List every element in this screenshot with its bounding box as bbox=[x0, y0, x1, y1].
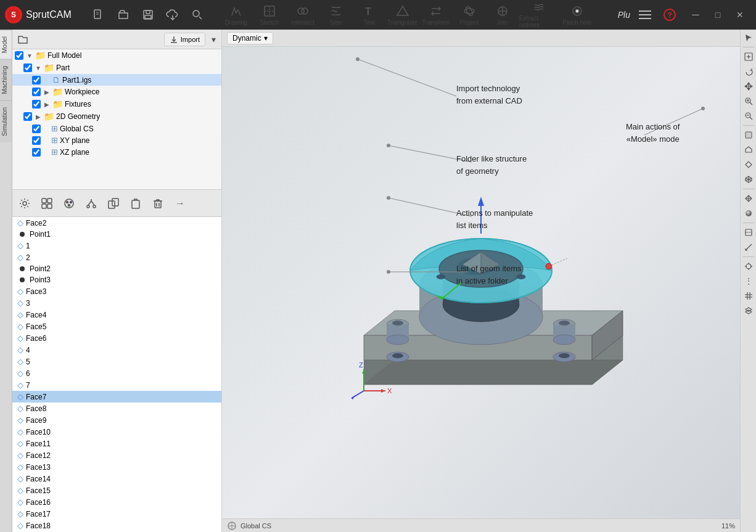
tool-intersect[interactable]: Intersect bbox=[286, 1, 319, 28]
geom-item-face12[interactable]: ◇Face12 bbox=[12, 449, 221, 461]
geom-item-face10[interactable]: ◇Face10 bbox=[12, 426, 221, 438]
grid-action-btn[interactable] bbox=[37, 194, 57, 213]
measure-btn[interactable] bbox=[742, 240, 755, 254]
geom-item-face7[interactable]: ◇Face7 bbox=[12, 391, 221, 403]
zoom-out-btn[interactable] bbox=[742, 109, 755, 123]
geom-item-face4[interactable]: ◇Face4 bbox=[12, 309, 221, 321]
layer-btn[interactable] bbox=[742, 304, 755, 317]
tab-model[interactable]: Model bbox=[0, 30, 12, 59]
tab-simulation[interactable]: Simulation bbox=[0, 100, 12, 142]
tree-item-full-model[interactable]: ▼ 📁 Full Model bbox=[12, 49, 221, 62]
geom-item-4[interactable]: ◇4 bbox=[12, 344, 221, 356]
geom-item-3[interactable]: ◇3 bbox=[12, 297, 221, 309]
geom-item-point1[interactable]: Point1 bbox=[12, 229, 221, 240]
import-button[interactable]: Import bbox=[164, 33, 205, 46]
tool-drawing[interactable]: Drawing bbox=[220, 1, 253, 28]
tree-item-xy-plane[interactable]: ⊞ XY plane bbox=[12, 134, 221, 146]
geom-item-2[interactable]: ◇2 bbox=[12, 252, 221, 263]
wireframe-btn[interactable] bbox=[742, 192, 755, 205]
more-btn[interactable]: ⋮ bbox=[742, 274, 755, 288]
geom-item-6[interactable]: ◇6 bbox=[12, 367, 221, 379]
tree-checkbox-2dgeometry[interactable] bbox=[23, 112, 32, 121]
geom-item-face15[interactable]: ◇Face15 bbox=[12, 485, 221, 496]
geom-item-face18[interactable]: ◇Face18 bbox=[12, 520, 221, 531]
tree-item-xz-plane[interactable]: ⊞ XZ plane bbox=[12, 146, 221, 158]
geom-item-face3[interactable]: ◇Face3 bbox=[12, 285, 221, 297]
geom-list[interactable]: ◇Face2Point1◇1◇2Point2Point3◇Face3◇3◇Fac… bbox=[12, 217, 221, 532]
palette-action-btn[interactable] bbox=[59, 194, 79, 213]
tab-machining[interactable]: Machining bbox=[0, 59, 12, 100]
geom-item-face5[interactable]: ◇Face5 bbox=[12, 321, 221, 332]
tree-expand-workpiece[interactable]: ▶ bbox=[43, 88, 51, 96]
tree-item-part[interactable]: ▼ 📁 Part bbox=[12, 62, 221, 74]
tree-expand-fixtures[interactable]: ▶ bbox=[43, 100, 51, 108]
geom-item-5[interactable]: ◇5 bbox=[12, 356, 221, 367]
geom-item-face2[interactable]: ◇Face2 bbox=[12, 217, 221, 229]
geom-item-face11[interactable]: ◇Face11 bbox=[12, 438, 221, 449]
tool-transform[interactable]: Transform bbox=[419, 1, 453, 28]
geom-item-face8[interactable]: ◇Face8 bbox=[12, 403, 221, 414]
import-dropdown-button[interactable]: ▾ bbox=[208, 31, 219, 47]
close-button[interactable]: ✕ bbox=[729, 4, 751, 26]
tool-patch-hole[interactable]: Patch hole bbox=[559, 1, 596, 28]
new-file-button[interactable] bbox=[89, 5, 109, 25]
view-mode-select[interactable]: Dynamic ▾ bbox=[227, 32, 273, 44]
grid-display-btn[interactable] bbox=[742, 289, 755, 303]
geom-item-point2[interactable]: Point2 bbox=[12, 263, 221, 274]
top-view-btn[interactable] bbox=[742, 143, 755, 157]
tree-checkbox-global-cs[interactable] bbox=[32, 125, 41, 133]
geom-item-face16[interactable]: ◇Face16 bbox=[12, 496, 221, 508]
geom-item-7[interactable]: ◇7 bbox=[12, 379, 221, 391]
tree-checkbox-fixtures[interactable] bbox=[32, 100, 41, 108]
geom-item-face13[interactable]: ◇Face13 bbox=[12, 461, 221, 473]
tree-scroll[interactable]: ▼ 📁 Full Model ▼ 📁 Part ▶ 🗋 Part1.igs bbox=[12, 49, 221, 190]
tree-folder-button[interactable] bbox=[15, 31, 31, 47]
tool-extract-isolines[interactable]: Extract isolines bbox=[519, 1, 559, 28]
settings-action-btn[interactable] bbox=[15, 194, 35, 213]
snap-btn[interactable] bbox=[742, 260, 755, 273]
menu-button[interactable] bbox=[635, 5, 655, 25]
tool-join[interactable]: Join bbox=[486, 1, 519, 28]
tree-expand-full-model[interactable]: ▼ bbox=[25, 51, 34, 60]
tool-sketch[interactable]: Sketch bbox=[253, 1, 286, 28]
viewport-3d[interactable]: X Z Import technologyfrom external CAD bbox=[222, 47, 740, 518]
zoom-in-btn[interactable] bbox=[742, 94, 755, 108]
cursor-btn[interactable] bbox=[742, 31, 755, 44]
tree-item-2dgeometry[interactable]: ▶ 📁 2D Geometry bbox=[12, 110, 221, 123]
tool-project[interactable]: Project bbox=[453, 1, 486, 28]
tree-item-fixtures[interactable]: ▶ 📁 Fixtures bbox=[12, 98, 221, 110]
tree-item-part1igs[interactable]: ▶ 🗋 Part1.igs bbox=[12, 74, 221, 86]
expand-arrow[interactable]: → bbox=[175, 198, 185, 209]
geom-item-face9[interactable]: ◇Face9 bbox=[12, 414, 221, 426]
section-btn[interactable] bbox=[742, 226, 755, 239]
delete-action-btn[interactable] bbox=[148, 194, 168, 213]
tree-expand-part[interactable]: ▼ bbox=[34, 63, 43, 72]
tree-expand-2dgeometry[interactable]: ▶ bbox=[34, 112, 43, 121]
front-view-btn[interactable] bbox=[742, 128, 755, 142]
tree-checkbox-workpiece[interactable] bbox=[32, 88, 41, 96]
copy-action-btn[interactable] bbox=[104, 194, 123, 213]
save-file-button[interactable] bbox=[138, 5, 158, 25]
tool-text[interactable]: T Text bbox=[353, 1, 386, 28]
geom-item-face6[interactable]: ◇Face6 bbox=[12, 332, 221, 344]
tree-checkbox-part1igs[interactable] bbox=[32, 76, 41, 84]
geom-item-face17[interactable]: ◇Face17 bbox=[12, 508, 221, 520]
search-button[interactable] bbox=[187, 5, 207, 25]
tree-checkbox-xy-plane[interactable] bbox=[32, 136, 41, 145]
open-file-button[interactable] bbox=[113, 5, 133, 25]
right-view-btn[interactable] bbox=[742, 158, 755, 171]
rotate-btn[interactable] bbox=[742, 65, 755, 78]
tree-checkbox-xz-plane[interactable] bbox=[32, 148, 41, 157]
pan-btn[interactable] bbox=[742, 80, 755, 93]
geom-item-face14[interactable]: ◇Face14 bbox=[12, 473, 221, 485]
geom-item-point3[interactable]: Point3 bbox=[12, 274, 221, 285]
maximize-button[interactable]: □ bbox=[707, 4, 729, 26]
cut-action-btn[interactable] bbox=[81, 194, 101, 213]
tree-item-workpiece[interactable]: ▶ 📁 Workpiece bbox=[12, 86, 221, 98]
tool-triangulate[interactable]: Triangulate bbox=[386, 1, 419, 28]
minimize-button[interactable]: ─ bbox=[684, 4, 707, 26]
tree-item-global-cs[interactable]: ⊞ Global CS bbox=[12, 123, 221, 134]
tree-checkbox-full-model[interactable] bbox=[15, 51, 23, 60]
paste-action-btn[interactable] bbox=[126, 194, 146, 213]
shaded-btn[interactable] bbox=[742, 207, 755, 220]
